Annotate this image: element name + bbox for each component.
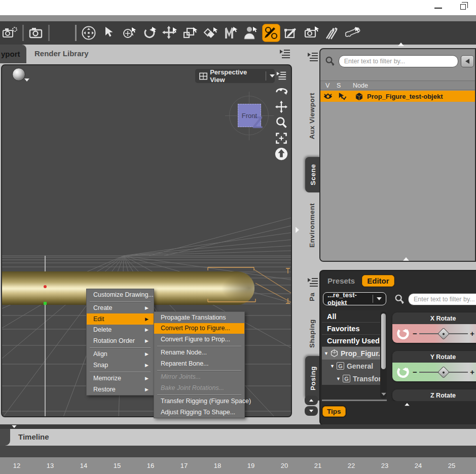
- decrement-button[interactable]: −: [413, 368, 417, 376]
- slider-y-header[interactable]: Y Rotate: [392, 351, 476, 363]
- group-favorites[interactable]: Favorites: [322, 323, 387, 335]
- timeline-track-area[interactable]: [0, 446, 476, 457]
- menu-delete[interactable]: Delete▶: [87, 325, 154, 336]
- increment-button[interactable]: +: [470, 368, 474, 376]
- brush-tool[interactable]: [322, 23, 342, 43]
- zoom-icon[interactable]: [274, 115, 288, 129]
- scroll-down-icon[interactable]: [381, 393, 386, 396]
- menu-snap[interactable]: Snap▶: [87, 360, 154, 371]
- tree-scrollbar[interactable]: [380, 311, 387, 399]
- slider-x-track[interactable]: [419, 333, 468, 334]
- surface-selection-tool[interactable]: [200, 23, 221, 43]
- drawstyle-dropdown-arrow[interactable]: [24, 78, 29, 82]
- node-dropdown[interactable]: ...re_test-objekt: [323, 292, 386, 305]
- tips-button[interactable]: Tips: [322, 406, 346, 417]
- viewport-pan-icon[interactable]: [79, 23, 99, 43]
- tab-shaping[interactable]: Shaping: [304, 313, 319, 354]
- tab-aux-viewport[interactable]: Aux Viewport: [304, 77, 319, 154]
- splitter-handle[interactable]: [296, 227, 299, 233]
- view-cube-front-face[interactable]: Z Front: [238, 104, 261, 127]
- menu-convert-prop-to-figure[interactable]: Convert Prop to Figure...: [154, 323, 244, 334]
- menu-convert-figure-to-prop[interactable]: Convert Figure to Prop...: [154, 334, 244, 345]
- scene-pane-options-icon[interactable]: [306, 51, 320, 63]
- menu-align[interactable]: Align▶: [87, 349, 154, 360]
- viewport-options-icon[interactable]: [274, 68, 288, 82]
- menu-rename-node[interactable]: Rename Node...: [154, 347, 244, 359]
- horizontal-splitter[interactable]: [0, 424, 476, 429]
- tree-scrollbar-thumb[interactable]: [381, 313, 386, 369]
- camera-cursor-tool[interactable]: [302, 23, 322, 43]
- tab-presets[interactable]: Presets: [327, 276, 355, 285]
- node-selection-tool[interactable]: [99, 23, 119, 43]
- menu-restore[interactable]: Restore▶: [87, 384, 154, 395]
- splitter-collapse-icon[interactable]: [12, 425, 17, 428]
- filter-back-button[interactable]: [461, 55, 474, 67]
- menu-reparent-bone[interactable]: Reparent Bone...: [154, 358, 244, 369]
- render-settings-button[interactable]: [0, 23, 20, 43]
- minimize-button[interactable]: [432, 3, 445, 12]
- group-all[interactable]: All: [322, 310, 387, 323]
- pane-resize-handle[interactable]: [403, 257, 409, 261]
- tree-expand-icon[interactable]: ▼: [324, 351, 328, 356]
- params-filter-input[interactable]: [408, 293, 476, 305]
- menu-adjust-rigging-to-shape[interactable]: Adjust Rigging To Shape...: [154, 407, 244, 418]
- eye-visible-icon[interactable]: [323, 93, 333, 100]
- pane-spinner[interactable]: [305, 396, 318, 416]
- timeline-tab-notch[interactable]: [0, 429, 10, 446]
- restore-button[interactable]: [457, 3, 470, 12]
- scene-empty-area[interactable]: [320, 102, 476, 262]
- drawstyle-sphere-icon[interactable]: [12, 68, 25, 81]
- menu-propagate-translations[interactable]: Propagate Translations: [154, 312, 244, 323]
- pane-resize-handle[interactable]: [398, 43, 404, 46]
- selectable-cursor-icon[interactable]: [338, 92, 347, 100]
- menu-memorize[interactable]: Memorize▶: [87, 373, 154, 384]
- figure-m-tool[interactable]: [221, 23, 241, 43]
- view-cube[interactable]: Z Front: [229, 96, 270, 136]
- slider-x-header[interactable]: X Rotate: [392, 312, 476, 324]
- orbit-camera-icon[interactable]: [274, 84, 288, 98]
- menu-create[interactable]: Create▶: [87, 303, 154, 314]
- pane-options-icon[interactable]: [278, 48, 292, 60]
- person-selection-tool[interactable]: [241, 23, 261, 43]
- scene-node-row-selected[interactable]: Prop_Figure_test-objekt: [320, 91, 475, 102]
- slider-y-track[interactable]: [419, 372, 468, 373]
- slider-y-thumb[interactable]: [437, 366, 450, 378]
- decrement-button[interactable]: −: [413, 329, 417, 338]
- tree-node-transforms[interactable]: ▼ G Transfor...: [322, 372, 387, 385]
- pan-camera-icon[interactable]: [274, 100, 288, 113]
- pane-resize-handle[interactable]: [405, 403, 410, 406]
- tree-node-general[interactable]: ▼ G General: [322, 360, 387, 372]
- geometry-editor-tool[interactable]: [281, 23, 302, 43]
- universal-rotate-tool[interactable]: [119, 23, 139, 43]
- slider-x-thumb[interactable]: [437, 327, 450, 339]
- home-view-icon[interactable]: [274, 147, 288, 161]
- tree-node-root[interactable]: ▼ Prop_Figur...: [322, 347, 387, 360]
- tab-render-library[interactable]: Render Library: [34, 49, 89, 58]
- joint-editor-bone-tool[interactable]: [342, 23, 362, 43]
- rotate-tool[interactable]: [139, 23, 160, 43]
- menu-edit[interactable]: Edit▶: [87, 313, 154, 325]
- menu-rotation-order[interactable]: Rotation Order▶: [87, 335, 154, 346]
- tab-posing[interactable]: Posing: [305, 356, 320, 401]
- slider-y-body[interactable]: − + 0.00: [392, 363, 476, 381]
- scale-tool[interactable]: [180, 23, 200, 43]
- slider-z-header[interactable]: Z Rotate: [392, 389, 476, 401]
- scene-filter-input[interactable]: [339, 55, 459, 67]
- tab-scene[interactable]: Scene: [305, 157, 320, 192]
- slider-x-body[interactable]: − + 0.00: [392, 324, 476, 343]
- tree-expand-icon[interactable]: ▼: [330, 364, 335, 369]
- tab-environment[interactable]: Environment: [304, 195, 319, 256]
- translate-tool[interactable]: [160, 23, 180, 43]
- timeline-ruler[interactable]: 12 13 14 15 16 17 18 19 20 21 22 23 24 2…: [0, 457, 476, 474]
- menu-customize-drawing[interactable]: Customize Drawing...: [87, 289, 154, 300]
- frame-icon[interactable]: [274, 131, 288, 145]
- tab-parameters[interactable]: Pa: [304, 285, 319, 308]
- node-editor-tool-active[interactable]: [261, 23, 281, 43]
- tab-editor[interactable]: Editor: [362, 275, 394, 287]
- camera-selector[interactable]: Perspective View: [195, 69, 275, 83]
- tab-viewport[interactable]: yport: [0, 45, 26, 63]
- menu-transfer-rigging[interactable]: Transfer Rigging (Figure Space): [154, 396, 244, 407]
- render-button[interactable]: [26, 23, 46, 43]
- group-currently-used[interactable]: Currently Used: [322, 335, 387, 347]
- tree-expand-icon[interactable]: ▼: [336, 376, 341, 381]
